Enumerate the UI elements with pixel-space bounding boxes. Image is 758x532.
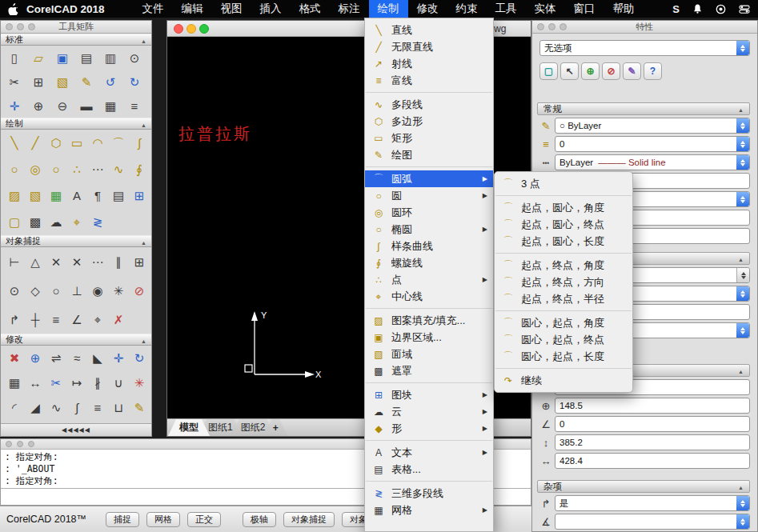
arc-3point-icon[interactable]: ⌒ bbox=[109, 134, 128, 153]
property-control[interactable]: ○ ByLayer bbox=[555, 118, 750, 134]
stepper-icon[interactable] bbox=[736, 155, 749, 170]
screen-record-icon[interactable] bbox=[716, 4, 726, 14]
snap-center-icon[interactable]: ⊙ bbox=[5, 281, 24, 300]
menu-item[interactable]: ∮ 螺旋线 bbox=[365, 254, 493, 271]
menu-item[interactable]: ╲ 直线 bbox=[365, 22, 493, 38]
submenu-item[interactable]: ⌒ 起点，圆心，终点 bbox=[495, 216, 632, 233]
menu-item[interactable]: ⬡ 多边形 bbox=[365, 113, 493, 130]
point-icon[interactable]: ∴ bbox=[67, 160, 86, 179]
zoom-button[interactable] bbox=[559, 23, 567, 30]
submenu-item[interactable]: ⌒ 起点，终点，半径 bbox=[495, 290, 632, 307]
ellipse-icon[interactable]: ○ bbox=[46, 160, 66, 179]
menubar-item[interactable]: 绘制 bbox=[369, 0, 408, 18]
select-remove-icon[interactable]: ⊘ bbox=[602, 62, 620, 80]
menu-item[interactable]: ≷ 三维多段线 bbox=[365, 485, 493, 502]
menu-item[interactable]: ▧ 面域 bbox=[365, 346, 493, 362]
undo-icon[interactable]: ↺ bbox=[101, 72, 120, 91]
break-icon[interactable]: ∦ bbox=[88, 374, 107, 393]
property-control[interactable]: 385.2 bbox=[555, 434, 750, 450]
copy-entity-icon[interactable]: ⊕ bbox=[26, 349, 45, 368]
submenu-item[interactable]: ⌒ 起点，圆心，长度 bbox=[495, 233, 632, 250]
new-file-icon[interactable]: ▯ bbox=[5, 48, 24, 67]
hatch-icon[interactable]: ▨ bbox=[5, 186, 24, 206]
menubar-item[interactable]: 帮助 bbox=[604, 0, 644, 18]
collapse-arrow-icon[interactable] bbox=[141, 35, 146, 45]
section-header-misc[interactable]: 杂项 bbox=[537, 480, 750, 493]
select-add-icon[interactable]: ⊕ bbox=[581, 62, 600, 80]
collapse-strip[interactable]: ◀◀◀◀◀ bbox=[1, 423, 151, 436]
minimize-button[interactable] bbox=[17, 441, 23, 447]
menu-item[interactable]: ◆ 形 ▶ bbox=[365, 420, 493, 437]
offset-icon[interactable]: ≈ bbox=[67, 349, 86, 368]
line-icon[interactable]: ╲ bbox=[5, 134, 24, 153]
image-icon[interactable]: ▦ bbox=[46, 186, 66, 206]
snap-tracking-icon[interactable]: ┼ bbox=[26, 310, 45, 329]
collapse-arrow-icon[interactable] bbox=[141, 237, 146, 246]
divide-icon[interactable]: ⋯ bbox=[88, 160, 107, 179]
move-icon[interactable]: ✛ bbox=[109, 349, 128, 368]
infinite-line-icon[interactable]: ╱ bbox=[26, 134, 45, 153]
section-header-draw[interactable]: 绘制 bbox=[1, 118, 151, 130]
menubar-item[interactable]: 窗口 bbox=[565, 0, 604, 18]
trim-icon[interactable]: ✂ bbox=[46, 374, 66, 393]
snap-settings-icon[interactable]: ≡ bbox=[46, 310, 66, 329]
help-icon[interactable]: ? bbox=[644, 62, 662, 80]
zoom-button[interactable] bbox=[199, 24, 209, 34]
close-button[interactable] bbox=[6, 441, 12, 447]
snap-nearest-icon[interactable]: ✳ bbox=[109, 281, 128, 300]
notification-bell-icon[interactable] bbox=[692, 3, 703, 14]
edit-polyline-icon[interactable]: ∿ bbox=[46, 398, 66, 418]
batch-print-icon[interactable]: ▥ bbox=[101, 48, 120, 67]
menu-item[interactable]: ∿ 多段线 bbox=[365, 96, 493, 113]
property-control[interactable]: 是 bbox=[555, 495, 750, 511]
collapse-arrow-icon[interactable] bbox=[738, 104, 744, 114]
stepper-icon[interactable] bbox=[736, 268, 749, 282]
menu-item[interactable]: ◎ 圆环 bbox=[365, 204, 493, 221]
section-header-standard[interactable]: 标准 bbox=[1, 34, 151, 46]
close-button[interactable] bbox=[6, 23, 13, 30]
menu-item[interactable]: ⌒ 圆弧 ▶ bbox=[365, 170, 493, 187]
snap-perpendicular-icon[interactable]: ⊥ bbox=[67, 281, 86, 300]
property-control[interactable]: 0 bbox=[555, 136, 750, 152]
snap-clear-icon[interactable]: ✗ bbox=[109, 310, 128, 329]
menubar-item[interactable]: 视图 bbox=[212, 0, 251, 18]
delete-icon[interactable]: ✖ bbox=[5, 349, 24, 368]
stepper-icon[interactable] bbox=[736, 41, 749, 55]
status-toggle-button[interactable]: 网格 bbox=[146, 512, 180, 527]
menu-item[interactable]: ∫ 样条曲线 bbox=[365, 238, 493, 254]
menu-item[interactable]: ○ 圆 ▶ bbox=[365, 187, 493, 204]
menu-item[interactable]: ▣ 边界区域... bbox=[365, 329, 493, 346]
mirror-icon[interactable]: ⇌ bbox=[46, 349, 66, 368]
block-icon[interactable]: ⊞ bbox=[130, 186, 149, 206]
boundary-icon[interactable]: ▢ bbox=[5, 213, 24, 232]
close-button[interactable] bbox=[537, 23, 544, 30]
submenu-item[interactable]: ⌒ 起点，终点，角度 bbox=[495, 257, 632, 274]
app-menu-title[interactable]: CorelCAD 2018 bbox=[26, 3, 105, 15]
options-icon[interactable]: ≡ bbox=[125, 96, 144, 115]
helix-icon[interactable]: ∮ bbox=[130, 160, 149, 179]
rotate-icon[interactable]: ↻ bbox=[130, 349, 149, 368]
wipeout-icon[interactable]: ▩ bbox=[26, 213, 45, 232]
scale-icon[interactable]: ◣ bbox=[88, 349, 107, 368]
minimize-button[interactable] bbox=[186, 24, 196, 34]
menu-item[interactable]: ☁ 云 ▶ bbox=[365, 403, 493, 420]
menu-item[interactable]: ○ 椭圆 ▶ bbox=[365, 221, 493, 238]
fillet-icon[interactable]: ◜ bbox=[5, 398, 24, 418]
centerline-icon[interactable]: ⌖ bbox=[67, 213, 86, 232]
stepper-icon[interactable] bbox=[736, 118, 749, 133]
snap-insert-icon[interactable]: ⊞ bbox=[130, 252, 149, 271]
menubar-item[interactable]: 文件 bbox=[134, 0, 173, 18]
menu-item[interactable]: ↗ 射线 bbox=[365, 55, 493, 72]
menubar-item[interactable]: 格式 bbox=[291, 0, 330, 18]
property-control[interactable]: ByLayer ——— Solid line bbox=[555, 154, 750, 170]
snap-midpoint-icon[interactable]: △ bbox=[26, 252, 45, 271]
menu-item[interactable]: ⌖ 中心线 bbox=[365, 288, 493, 305]
copy-icon[interactable]: ⊞ bbox=[29, 72, 48, 91]
pan-icon[interactable]: ✛ bbox=[5, 96, 24, 115]
snap-intersection-icon[interactable]: ✕ bbox=[46, 252, 66, 271]
properties-titlebar[interactable]: 特性 bbox=[532, 21, 757, 34]
section-header-general[interactable]: 常规 bbox=[537, 102, 750, 115]
property-control[interactable]: 428.4 bbox=[555, 453, 750, 469]
status-toggle-button[interactable]: 捕捉 bbox=[106, 512, 139, 527]
tool-matrix-titlebar[interactable]: 工具矩阵 bbox=[1, 21, 151, 34]
